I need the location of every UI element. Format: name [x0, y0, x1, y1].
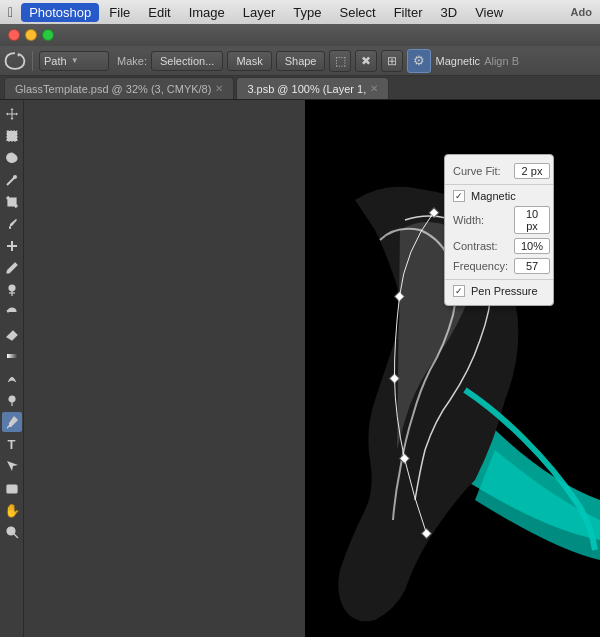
- history-brush-tool[interactable]: [2, 302, 22, 322]
- svg-line-0: [18, 53, 19, 55]
- menu-layer[interactable]: Layer: [235, 3, 284, 22]
- close-window-button[interactable]: [8, 29, 20, 41]
- title-bar: [0, 24, 600, 46]
- svg-rect-4: [9, 226, 11, 229]
- frequency-label: Frequency:: [453, 260, 508, 272]
- canvas-area: Curve Fit: 2 px ✓ Magnetic Width: 10 px …: [24, 100, 600, 637]
- svg-point-3: [13, 175, 17, 179]
- curve-fit-row: Curve Fit: 2 px: [445, 161, 553, 181]
- svg-point-5: [9, 285, 15, 291]
- magnetic-checkbox[interactable]: ✓: [453, 190, 465, 202]
- tab-glass-template[interactable]: GlassTemplate.psd @ 32% (3, CMYK/8) ✕: [4, 77, 234, 99]
- magic-wand-tool[interactable]: [2, 170, 22, 190]
- pen-pressure-row: ✓ Pen Pressure: [445, 283, 553, 299]
- eraser-tool[interactable]: [2, 324, 22, 344]
- dropdown-arrow-icon: ▼: [71, 56, 79, 65]
- menu-bar:  Photoshop File Edit Image Layer Type S…: [0, 0, 600, 24]
- lasso-tool[interactable]: [2, 148, 22, 168]
- contrast-label: Contrast:: [453, 240, 508, 252]
- toolbox: T ✋: [0, 100, 24, 637]
- dodge-tool[interactable]: [2, 390, 22, 410]
- lasso-tool-icon: [4, 50, 26, 72]
- svg-rect-1: [7, 131, 17, 141]
- maximize-window-button[interactable]: [42, 29, 54, 41]
- shape-tool[interactable]: [2, 478, 22, 498]
- marquee-tool[interactable]: [2, 126, 22, 146]
- svg-rect-6: [7, 354, 17, 358]
- separator-1: [32, 51, 33, 71]
- svg-point-7: [9, 396, 15, 402]
- pen-pressure-label: Pen Pressure: [471, 285, 538, 297]
- popup-divider-1: [445, 184, 553, 185]
- move-tool[interactable]: [2, 104, 22, 124]
- frequency-value[interactable]: 57: [514, 258, 550, 274]
- width-label: Width:: [453, 214, 508, 226]
- mask-button[interactable]: Mask: [227, 51, 271, 71]
- gear-settings-button[interactable]: ⚙: [407, 49, 431, 73]
- healing-tool[interactable]: [2, 236, 22, 256]
- menu-view[interactable]: View: [467, 3, 511, 22]
- menu-photoshop[interactable]: Photoshop: [21, 3, 99, 22]
- svg-line-11: [14, 534, 18, 538]
- clone-tool[interactable]: [2, 280, 22, 300]
- tabs-bar: GlassTemplate.psd @ 32% (3, CMYK/8) ✕ 3.…: [0, 76, 600, 100]
- shape-button[interactable]: Shape: [276, 51, 326, 71]
- menu-3d[interactable]: 3D: [433, 3, 466, 22]
- options-bar: Path ▼ Make: Selection... Mask Shape ⬚ ✖…: [0, 46, 600, 76]
- menu-image[interactable]: Image: [181, 3, 233, 22]
- menu-type[interactable]: Type: [285, 3, 329, 22]
- pen-pressure-checkbox[interactable]: ✓: [453, 285, 465, 297]
- blur-tool[interactable]: [2, 368, 22, 388]
- tab-3psb[interactable]: 3.psb @ 100% (Layer 1, ✕: [236, 77, 389, 99]
- curve-fit-popup: Curve Fit: 2 px ✓ Magnetic Width: 10 px …: [444, 154, 554, 306]
- path-type-dropdown[interactable]: Path ▼: [39, 51, 109, 71]
- menu-filter[interactable]: Filter: [386, 3, 431, 22]
- width-value[interactable]: 10 px: [514, 206, 550, 234]
- magnetic-row: ✓ Magnetic: [445, 188, 553, 204]
- menu-edit[interactable]: Edit: [140, 3, 178, 22]
- make-label: Make:: [117, 55, 147, 67]
- tab-close-glass[interactable]: ✕: [215, 83, 223, 94]
- align-edges-label: Align B: [484, 55, 519, 67]
- main-area: T ✋: [0, 100, 600, 637]
- pen-tool[interactable]: [2, 412, 22, 432]
- menu-select[interactable]: Select: [332, 3, 384, 22]
- curve-fit-value[interactable]: 2 px: [514, 163, 550, 179]
- zoom-tool[interactable]: [2, 522, 22, 542]
- path-selection-tool[interactable]: [2, 456, 22, 476]
- magnetic-popup-label: Magnetic: [471, 190, 516, 202]
- svg-rect-9: [7, 485, 17, 493]
- type-tool[interactable]: T: [2, 434, 22, 454]
- add-anchor-button[interactable]: ⬚: [329, 50, 351, 72]
- traffic-lights: [8, 29, 54, 41]
- brush-tool[interactable]: [2, 258, 22, 278]
- hand-tool[interactable]: ✋: [2, 500, 22, 520]
- minimize-window-button[interactable]: [25, 29, 37, 41]
- delete-anchor-button[interactable]: ✖: [355, 50, 377, 72]
- apple-logo-icon: : [8, 4, 13, 20]
- frequency-row: Frequency: 57: [445, 256, 553, 276]
- contrast-value[interactable]: 10%: [514, 238, 550, 254]
- gradient-tool[interactable]: [2, 346, 22, 366]
- popup-divider-2: [445, 279, 553, 280]
- crop-tool[interactable]: [2, 192, 22, 212]
- selection-button[interactable]: Selection...: [151, 51, 223, 71]
- eyedropper-tool[interactable]: [2, 214, 22, 234]
- app-title-right: Ado: [571, 6, 592, 18]
- menu-file[interactable]: File: [101, 3, 138, 22]
- tab-close-3psb[interactable]: ✕: [370, 83, 378, 94]
- curve-fit-label: Curve Fit:: [453, 165, 508, 177]
- width-row: Width: 10 px: [445, 204, 553, 236]
- combine-paths-button[interactable]: ⊞: [381, 50, 403, 72]
- magnetic-label: Magnetic: [435, 55, 480, 67]
- contrast-row: Contrast: 10%: [445, 236, 553, 256]
